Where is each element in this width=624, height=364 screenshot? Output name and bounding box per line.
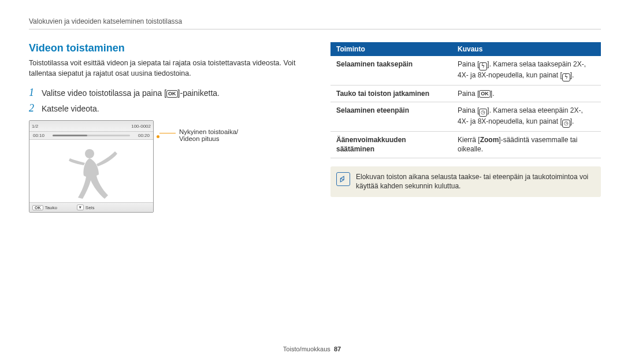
table-row: Äänenvoimakkuuden säätäminen Kierrä [Zoo… (330, 132, 601, 158)
txt: ]. (491, 90, 495, 98)
fn-scan-back: Selaaminen taaksepäin (330, 56, 452, 86)
callout-line1: Nykyinen toistoaika/ (179, 128, 238, 135)
txt: Paina [ (458, 60, 479, 68)
flash-icon: ϟ (562, 73, 570, 81)
note-icon (336, 172, 350, 186)
txt: Paina [ (458, 106, 479, 114)
ok-icon: OK (166, 90, 178, 98)
fn-pause-resume: Tauko tai toiston jatkaminen (330, 86, 452, 102)
zoom-label: Zoom (480, 136, 499, 144)
txt: Paina [ (458, 90, 479, 98)
video-preview: 1/2 100-0002 00:10 00:20 (29, 120, 154, 213)
desc-volume: Kierrä [Zoom]-säädintä vasemmalle tai oi… (452, 132, 601, 158)
preview-canvas (29, 140, 153, 202)
txt: ]. (570, 117, 574, 125)
step-number: 1 (29, 87, 42, 99)
functions-table: Toiminto Kuvaus Selaaminen taaksepäin Pa… (330, 42, 601, 158)
step-number: 2 (29, 102, 42, 114)
page-number: 87 (334, 346, 341, 352)
table-row: Tauko tai toiston jatkaminen Paina [OK]. (330, 86, 601, 102)
pause-label: Tauko (45, 205, 57, 210)
step-1: 1 Valitse video toistotilassa ja paina [… (29, 87, 305, 99)
counter-label: 1/2 (32, 124, 38, 129)
timer-icon: ◷ (479, 109, 487, 117)
preview-bottombar: OK Tauko ▾ Seis (29, 202, 153, 212)
th-description: Kuvaus (452, 42, 601, 56)
fn-scan-forward: Selaaminen eteenpäin (330, 102, 452, 132)
footer-label: Toisto/muokkaus (283, 346, 330, 352)
preview-topbar: 1/2 100-0002 (29, 121, 153, 132)
svg-point-0 (85, 149, 94, 158)
ok-chip: OK (32, 205, 43, 210)
breadcrumb: Valokuvien ja videoiden katseleminen toi… (29, 17, 601, 29)
table-row: Selaaminen eteenpäin Paina [◷]. Kamera s… (330, 102, 601, 132)
fn-volume: Äänenvoimakkuuden säätäminen (330, 132, 452, 158)
table-row: Selaaminen taaksepäin Paina [ϟ]. Kamera … (330, 56, 601, 86)
callout-line2: Videon pituus (179, 135, 219, 142)
time-current: 00:10 (33, 133, 44, 138)
file-label: 100-0002 (131, 124, 151, 129)
step-text: Valitse video toistotilassa ja paina [OK… (42, 88, 220, 98)
step-1-post: ]-painiketta. (178, 88, 220, 98)
desc-scan-back: Paina [ϟ]. Kamera selaa taaksepäin 2X-, … (452, 56, 601, 86)
step-1-pre: Valitse video toistotilassa ja paina [ (42, 88, 166, 98)
preview-progressbar: 00:10 00:20 (29, 132, 153, 140)
txt: Kierrä [ (458, 136, 480, 144)
th-function: Toiminto (330, 42, 452, 56)
callout: Nykyinen toistoaika/ Videon pituus (159, 128, 238, 142)
stop-chip: ▾ (77, 205, 84, 210)
section-heading: Videon toistaminen (29, 42, 305, 54)
time-total: 00:20 (138, 133, 150, 138)
desc-scan-forward: Paina [◷]. Kamera selaa eteenpäin 2X-, 4… (452, 102, 601, 132)
page-footer: Toisto/muokkaus 87 (0, 346, 624, 352)
stop-label: Seis (86, 205, 95, 210)
desc-pause-resume: Paina [OK]. (452, 86, 601, 102)
txt: ]. (570, 71, 574, 79)
info-note: Elokuvan toiston aikana selausta taakse-… (330, 166, 601, 198)
note-text: Elokuvan toiston aikana selausta taakse-… (356, 173, 588, 191)
flash-icon: ϟ (479, 62, 487, 70)
ok-icon: OK (479, 90, 491, 98)
callout-line-icon (159, 133, 176, 140)
intro-paragraph: Toistotilassa voit esittää videon ja sie… (29, 58, 305, 79)
step-text: Katsele videota. (42, 104, 99, 113)
timer-icon: ◷ (562, 120, 570, 128)
step-2: 2 Katsele videota. (29, 102, 305, 114)
